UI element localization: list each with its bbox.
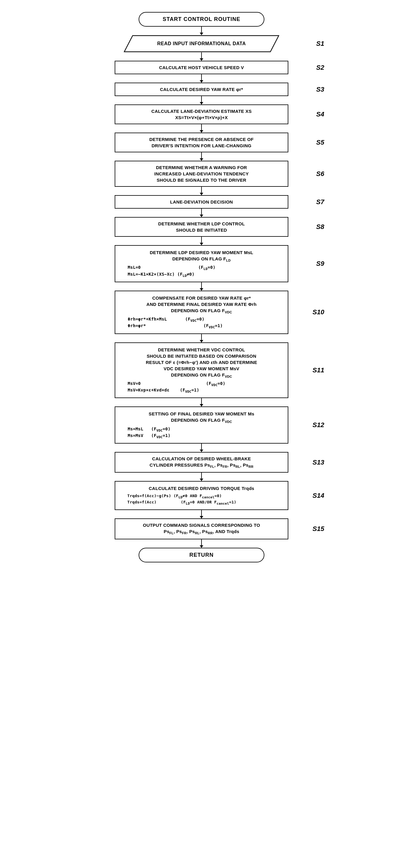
s12-step-label: S12: [313, 421, 324, 429]
s3-wrapper: CALCULATE DESIRED YAW RATE φr* S3: [97, 83, 306, 96]
arrow-2: [201, 74, 202, 83]
return-terminal-wrapper: RETURN: [97, 548, 306, 562]
s2-step-label: S2: [316, 64, 324, 71]
arrow-13: [201, 473, 202, 481]
s1-label: READ INPUT INFORMATIONAL DATA: [157, 41, 246, 46]
arrow-7: [201, 209, 202, 217]
s11-step-label: S11: [313, 366, 324, 374]
s13-wrapper: CALCULATION OF DESIRED WHEEL-BRAKE CYLIN…: [97, 452, 306, 473]
s14-block: CALCULATE DESIRED DRIVING TORQUE Trqds T…: [115, 481, 288, 510]
s5-step-label: S5: [316, 138, 324, 146]
arrow-1: [201, 52, 202, 61]
s14-wrapper: CALCULATE DESIRED DRIVING TORQUE Trqds T…: [97, 481, 306, 510]
arrow-12: [201, 443, 202, 452]
arrow-10: [201, 334, 202, 342]
arrow-4: [201, 124, 202, 133]
s12-block: SETTING OF FINAL DESIRED YAW MOMENT MsDE…: [115, 406, 288, 443]
arrow-0: [201, 27, 202, 35]
s3-step-label: S3: [316, 86, 324, 93]
s15-wrapper: OUTPUT COMMAND SIGNALS CORRESPONDING TO …: [97, 518, 306, 539]
s2-block: CALCULATE HOST VEHICLE SPEED V: [115, 61, 288, 74]
arrow-15: [201, 539, 202, 548]
s15-step-label: S15: [313, 525, 324, 533]
s7-block: LANE-DEVIATION DECISION: [115, 195, 288, 209]
arrow-14: [201, 510, 202, 518]
s5-block: DETERMINE THE PRESENCE OR ABSENCE OF DRI…: [115, 133, 288, 152]
arrow-6: [201, 187, 202, 195]
s4-wrapper: CALCULATE LANE-DEVIATION ESTIMATE XS XS=…: [97, 104, 306, 124]
s1-step-label: S1: [316, 40, 324, 48]
s8-block: DETERMINE WHETHER LDP CONTROL SHOULD BE …: [115, 217, 288, 237]
s1-parallelogram: READ INPUT INFORMATIONAL DATA: [124, 35, 279, 52]
s14-step-label: S14: [313, 492, 324, 500]
s7-step-label: S7: [316, 198, 324, 206]
arrow-11: [201, 398, 202, 406]
s9-wrapper: DETERMINE LDP DESIRED YAW MOMENT MsLDEPE…: [97, 245, 306, 282]
s10-block: COMPENSATE FOR DESIRED YAW RATE φr*AND D…: [115, 291, 288, 334]
start-terminal-wrapper: START CONTROL ROUTINE: [97, 12, 306, 27]
s15-block: OUTPUT COMMAND SIGNALS CORRESPONDING TO …: [115, 518, 288, 539]
s12-wrapper: SETTING OF FINAL DESIRED YAW MOMENT MsDE…: [97, 406, 306, 443]
s8-wrapper: DETERMINE WHETHER LDP CONTROL SHOULD BE …: [97, 217, 306, 237]
s13-step-label: S13: [313, 459, 324, 466]
s11-wrapper: DETERMINE WHETHER VDC CONTROLSHOULD BE I…: [97, 342, 306, 398]
s9-step-label: S9: [316, 260, 324, 268]
s7-wrapper: LANE-DEVIATION DECISION S7: [97, 195, 306, 209]
arrow-3: [201, 96, 202, 104]
arrow-8: [201, 237, 202, 245]
s4-step-label: S4: [316, 111, 324, 118]
flowchart: START CONTROL ROUTINE READ INPUT INFORMA…: [97, 6, 306, 562]
s6-wrapper: DETERMINE WHETHER A WARNING FOR INCREASE…: [97, 161, 306, 187]
s4-block: CALCULATE LANE-DEVIATION ESTIMATE XS XS=…: [115, 104, 288, 124]
s2-wrapper: CALCULATE HOST VEHICLE SPEED V S2: [97, 61, 306, 74]
s3-block: CALCULATE DESIRED YAW RATE φr*: [115, 83, 288, 96]
s6-step-label: S6: [316, 170, 324, 178]
arrow-9: [201, 282, 202, 291]
s8-step-label: S8: [316, 223, 324, 231]
s5-wrapper: DETERMINE THE PRESENCE OR ABSENCE OF DRI…: [97, 133, 306, 152]
return-terminal: RETURN: [138, 548, 265, 562]
s1-wrapper: READ INPUT INFORMATIONAL DATA S1: [97, 35, 306, 52]
s6-block: DETERMINE WHETHER A WARNING FOR INCREASE…: [115, 161, 288, 187]
s10-wrapper: COMPENSATE FOR DESIRED YAW RATE φr*AND D…: [97, 291, 306, 334]
start-terminal: START CONTROL ROUTINE: [138, 12, 265, 27]
s13-block: CALCULATION OF DESIRED WHEEL-BRAKE CYLIN…: [115, 452, 288, 473]
s10-step-label: S10: [313, 308, 324, 316]
s9-block: DETERMINE LDP DESIRED YAW MOMENT MsLDEPE…: [115, 245, 288, 282]
arrow-5: [201, 152, 202, 161]
s11-block: DETERMINE WHETHER VDC CONTROLSHOULD BE I…: [115, 342, 288, 398]
